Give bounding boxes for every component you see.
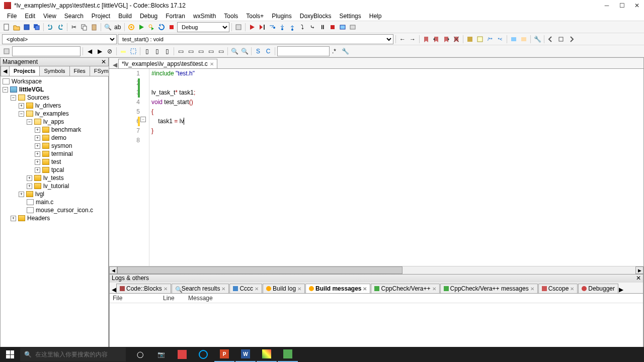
info-icon[interactable] xyxy=(348,23,357,32)
src-format-s-icon[interactable]: S xyxy=(254,47,263,56)
log-content[interactable]: File Line Message xyxy=(110,294,643,349)
tree-terminal[interactable]: terminal xyxy=(51,150,73,157)
tree-toggle[interactable]: + xyxy=(35,159,40,165)
menu-tools[interactable]: Tools xyxy=(220,12,242,21)
management-close-icon[interactable]: ✕ xyxy=(101,58,106,65)
sel-next-icon[interactable]: ▶ xyxy=(95,47,104,56)
tree-toggle[interactable]: + xyxy=(19,192,24,197)
scope-combo[interactable]: <global> xyxy=(2,34,117,44)
sel-prev-icon[interactable]: ◀ xyxy=(85,47,94,56)
taskbar-search-input[interactable] xyxy=(20,347,126,361)
next-line-icon[interactable] xyxy=(268,23,277,32)
camera-icon[interactable]: 📷 xyxy=(151,347,171,362)
scroll-thumb[interactable] xyxy=(117,266,403,274)
tb-d-icon[interactable]: ▭ xyxy=(176,47,185,56)
code-editor[interactable]: 1 2 3 4 5− 6 7 8 #include "test.h" lv_ta… xyxy=(109,69,643,266)
tree-toggle[interactable]: − xyxy=(11,95,16,101)
logs-tabs-left-icon[interactable]: ◀ xyxy=(112,286,116,293)
src-format-c-icon[interactable]: C xyxy=(264,47,273,56)
copy-icon[interactable] xyxy=(79,23,89,32)
doxy-cfg-icon[interactable]: 🔧 xyxy=(533,35,542,44)
zoom-out-icon[interactable]: 🔍 xyxy=(230,47,239,56)
tree-examples[interactable]: lv_examples xyxy=(35,110,69,117)
close-button[interactable]: ✕ xyxy=(634,3,640,9)
highlight-icon[interactable] xyxy=(119,47,128,56)
editor-tabs-left-icon[interactable]: ◀ xyxy=(111,61,118,68)
log-tab-cccc[interactable]: Cccc✕ xyxy=(229,284,262,293)
run-to-cursor-icon[interactable] xyxy=(258,23,267,32)
find-icon[interactable]: 🔍 xyxy=(103,23,112,32)
close-icon[interactable]: ✕ xyxy=(530,286,534,292)
maximize-button[interactable]: ☐ xyxy=(619,3,625,9)
save-icon[interactable] xyxy=(22,23,31,32)
tree-project[interactable]: littleVGL xyxy=(19,86,44,93)
menu-help[interactable]: Help xyxy=(365,12,386,21)
next-instr-icon[interactable]: ⤵ xyxy=(298,23,307,32)
start-button[interactable] xyxy=(0,347,20,362)
app-icon-2[interactable] xyxy=(278,347,298,362)
paste-icon[interactable] xyxy=(90,23,99,32)
tree-lvgl[interactable]: lvgl xyxy=(35,191,44,198)
redo-icon[interactable] xyxy=(56,23,65,32)
comment-line-icon[interactable]: *< xyxy=(496,35,505,44)
save-all-icon[interactable] xyxy=(32,23,41,32)
tree-toggle[interactable]: + xyxy=(35,127,40,133)
tab-projects[interactable]: Projects xyxy=(9,66,40,76)
tree-drivers[interactable]: lv_drivers xyxy=(35,102,61,109)
build-run-icon[interactable] xyxy=(147,23,156,32)
edge-icon[interactable] xyxy=(193,347,213,362)
menu-project[interactable]: Project xyxy=(88,12,114,21)
project-tree[interactable]: Workspace −littleVGL −Sources +lv_driver… xyxy=(1,76,108,349)
codeblocks-task-icon[interactable] xyxy=(257,347,277,362)
sel-all-icon[interactable] xyxy=(129,47,138,56)
tb-b-icon[interactable]: ▯ xyxy=(152,47,162,56)
menu-file[interactable]: File xyxy=(3,12,21,21)
tree-toggle[interactable]: − xyxy=(19,111,24,117)
tree-benchmark[interactable]: benchmark xyxy=(51,126,81,133)
nav-back-icon[interactable]: ← xyxy=(398,35,407,44)
fold-toggle-icon[interactable]: − xyxy=(140,117,146,122)
close-icon[interactable]: ✕ xyxy=(363,286,367,292)
close-icon[interactable]: ✕ xyxy=(221,286,225,292)
menu-toolsplus[interactable]: Tools+ xyxy=(242,12,268,21)
doxy2-icon[interactable] xyxy=(475,35,485,44)
run-icon[interactable] xyxy=(137,23,146,32)
jump-frame-icon[interactable] xyxy=(556,35,566,44)
tree-toggle[interactable]: + xyxy=(35,135,40,141)
replace-icon[interactable]: ab xyxy=(113,23,122,32)
powerpoint-icon[interactable]: P xyxy=(214,347,234,362)
word-icon[interactable]: W xyxy=(235,347,256,362)
log-tab-codeblocks[interactable]: Code::Blocks✕ xyxy=(116,284,171,293)
file-tab[interactable]: *lv_examples\lv_apps\test\test.c ✕ xyxy=(118,59,217,68)
tree-toggle[interactable]: + xyxy=(35,167,40,173)
menu-debug[interactable]: Debug xyxy=(136,12,162,21)
logs-tabs-right-icon[interactable]: ▶ xyxy=(619,286,623,293)
tree-apps[interactable]: lv_apps xyxy=(43,118,64,125)
menu-settings[interactable]: Settings xyxy=(335,12,365,21)
menu-doxyblocks[interactable]: DoxyBlocks xyxy=(296,12,336,21)
rebuild-icon[interactable] xyxy=(157,23,166,32)
log-tab-debugger[interactable]: Debugger xyxy=(578,284,618,293)
jump-fwd-icon[interactable] xyxy=(567,35,576,44)
log-tab-cppcheck[interactable]: CppCheck/Vera++✕ xyxy=(371,284,439,293)
abort-icon[interactable] xyxy=(167,23,176,32)
tb-e-icon[interactable]: ▭ xyxy=(186,47,195,56)
tree-toggle[interactable]: − xyxy=(3,87,8,93)
log-tab-cppcheck-msg[interactable]: CppCheck/Vera++ messages✕ xyxy=(440,284,538,293)
doxy-html-icon[interactable] xyxy=(519,35,528,44)
build-target-combo[interactable]: Debug xyxy=(177,22,229,32)
tb-g-icon[interactable]: ▭ xyxy=(206,47,215,56)
close-icon[interactable]: ✕ xyxy=(164,286,168,292)
bookmark-toggle-icon[interactable] xyxy=(422,35,431,44)
close-icon[interactable]: ✕ xyxy=(255,286,259,292)
tree-toggle[interactable]: − xyxy=(27,119,32,125)
logs-close-icon[interactable]: ✕ xyxy=(636,275,641,283)
tree-headers[interactable]: Headers xyxy=(27,215,50,222)
tb-h-icon[interactable]: ▭ xyxy=(216,47,225,56)
menu-build[interactable]: Build xyxy=(114,12,136,21)
search-history-icon[interactable] xyxy=(2,47,11,56)
log-tab-cscope[interactable]: Cscope✕ xyxy=(538,284,578,293)
bookmark-clear-icon[interactable] xyxy=(452,35,461,44)
close-icon[interactable]: ✕ xyxy=(297,286,301,292)
menu-fortran[interactable]: Fortran xyxy=(162,12,189,21)
